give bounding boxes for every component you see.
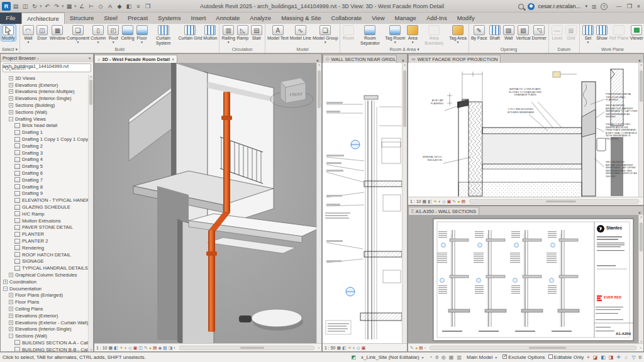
window-button[interactable]: ▦Window — [49, 25, 66, 41]
restore-button[interactable]: ❒ — [627, 3, 632, 9]
area-button[interactable]: Area▼ — [406, 25, 419, 43]
dropdown-chevron-icon[interactable]: ▼ — [26, 41, 30, 43]
drag-on-selection-icon[interactable]: ✛ — [616, 354, 621, 360]
view-scale[interactable]: 1 : 10 — [96, 346, 108, 350]
view-scale[interactable]: 1 : 10 — [410, 199, 421, 204]
tree-item[interactable]: Drafting 1 Copy 1 Copy 1 Copy 1 — [1, 136, 88, 143]
tab-3d-west-facade-room-detail[interactable]: ⌂ 3D - West Facade Room Detail × — [94, 55, 177, 63]
tab-wall-section-near-gridline-d[interactable]: ◇ WALL SECTION NEAR GRIDLINE D — [323, 55, 397, 63]
browser-search[interactable] — [3, 63, 91, 72]
railing-button[interactable]: ▥Railing▼ — [221, 25, 235, 43]
select-by-face-icon[interactable]: ◨ — [609, 354, 614, 360]
ribbon-tab-annotate[interactable]: Annotate — [211, 13, 245, 24]
tree-item[interactable]: H/C Ramp — [1, 211, 88, 217]
room-button[interactable]: Room — [341, 25, 355, 41]
ribbon-tab-analyze[interactable]: Analyze — [245, 13, 276, 24]
model-text-button[interactable]: AModel Text — [267, 25, 289, 41]
tree-item[interactable]: +Floor Plans (Enlarged) — [1, 292, 88, 299]
vertical-scrollbar[interactable]: ∧ — [402, 63, 407, 343]
sheet-view-control-bar[interactable]: ✎● ▤‹ › — [408, 343, 643, 351]
tree-item[interactable]: Drafting 3 — [1, 150, 88, 156]
ribbon-tab-systems[interactable]: Systems — [153, 13, 186, 24]
modify-button[interactable]: Modify — [1, 25, 16, 41]
model-line-button[interactable]: ∿Model Line — [289, 25, 312, 41]
tree-item[interactable]: BUILDING SECTION B-B - Callout — [1, 346, 88, 351]
avatar[interactable] — [528, 3, 535, 10]
expand-icon[interactable]: + — [9, 89, 13, 94]
dropdown-chevron-icon[interactable]: ▼ — [324, 41, 327, 43]
tag-area-button[interactable]: Tag Area▼ — [448, 25, 467, 43]
search-input[interactable] — [11, 65, 89, 71]
expand-icon[interactable]: + — [9, 307, 13, 311]
tree-item[interactable]: PAVER STONE DETAIL — [1, 224, 88, 231]
editable-icon[interactable]: ◔ — [430, 354, 433, 360]
by-face-button[interactable]: ✎By Face — [470, 25, 488, 41]
set-button[interactable]: Set▼ — [581, 25, 595, 43]
dropdown-chevron-icon[interactable]: ▼ — [97, 41, 100, 43]
selection-gear-icon[interactable]: ☼ — [624, 354, 628, 360]
dropdown-chevron-icon[interactable]: ▼ — [411, 41, 414, 43]
measure-icon[interactable]: ∠ — [77, 2, 86, 11]
grid-button[interactable]: ▦Grid — [564, 25, 578, 41]
curtain-grid-button[interactable]: Curtain Grid — [178, 25, 203, 41]
tree-item[interactable]: +3D Views — [1, 75, 88, 82]
tree-item[interactable]: +Floor Plans — [1, 299, 88, 305]
expand-icon[interactable]: + — [9, 293, 13, 297]
vertical-scrollbar[interactable]: ∧ — [638, 63, 643, 197]
switch-windows-icon[interactable]: ❒ — [143, 2, 152, 11]
tree-item[interactable]: −Documentation — [1, 285, 88, 292]
tree-item[interactable]: +Elevations (Interior-Multiple) — [1, 89, 88, 96]
ribbon-tab-collaborate[interactable]: Collaborate — [326, 13, 367, 24]
tree-item[interactable]: +Elevations (Interior-Single) — [1, 95, 88, 102]
expand-icon[interactable]: + — [9, 103, 13, 107]
revit-logo-icon[interactable]: R — [2, 2, 11, 11]
tab-west-facade-roof-projection[interactable]: ▭ WEST FACADE ROOF PROJECTION — [408, 55, 501, 63]
user-menu-chevron-icon[interactable]: ▼ — [584, 4, 588, 8]
close-icon[interactable]: × — [89, 54, 91, 62]
dropdown-chevron-icon[interactable]: ▼ — [586, 41, 589, 43]
ribbon-tab-insert[interactable]: Insert — [186, 13, 211, 24]
minimize-button[interactable]: — — [616, 3, 622, 9]
shaft-button[interactable]: Shaft — [488, 25, 502, 41]
save-icon[interactable]: ◫ — [21, 2, 30, 11]
exclude-options-checkbox[interactable]: Exclude Options — [502, 354, 545, 360]
ramp-button[interactable]: ◺Ramp — [236, 25, 250, 41]
column-button[interactable]: ▯Column▼ — [90, 25, 106, 43]
wall-button[interactable]: ▨Wall — [502, 25, 516, 41]
tree-item[interactable]: +Elevations (Interior-Single) — [1, 326, 88, 332]
editable-only-checkbox[interactable]: Editable Only — [548, 354, 584, 360]
qat-split-chevron-icon[interactable]: ▾ — [62, 4, 64, 9]
select-pinned-icon[interactable]: ◧ — [601, 354, 606, 360]
close-icon[interactable]: × — [172, 57, 174, 62]
cart-icon[interactable]: ▥ — [592, 4, 597, 9]
tree-item[interactable]: SIGNAGE — [1, 258, 88, 265]
dropdown-chevron-icon[interactable]: ▼ — [140, 41, 143, 43]
text-icon[interactable]: A — [106, 2, 114, 11]
room-separator-button[interactable]: Room Separator — [355, 25, 384, 45]
open-file-icon[interactable]: ▤ — [11, 2, 20, 11]
component-button[interactable]: ❏Component▼ — [66, 25, 90, 43]
tag-room-button[interactable]: Tag Room▼ — [384, 25, 406, 43]
tree-item[interactable]: +Graphical Column Schedules — [1, 272, 88, 278]
help-icon[interactable]: ? — [601, 3, 608, 10]
tree-item[interactable]: Drafting 2 — [1, 143, 88, 150]
tree-item[interactable]: −Sections (Wall) — [1, 332, 88, 339]
expand-icon[interactable]: + — [3, 280, 8, 284]
sync-with-central-icon[interactable]: ↻ — [30, 2, 39, 11]
tree-item[interactable]: +Elevations (Exterior) — [1, 312, 88, 319]
dormer-button[interactable]: ◹Dormer — [531, 25, 547, 41]
panel-label[interactable]: Room & Area ▾ — [340, 46, 469, 53]
ref-plane-button[interactable]: Ref Plane — [609, 25, 630, 41]
tree-item[interactable]: Drafting 5 — [1, 163, 88, 170]
user-name[interactable]: cesar.r.escalan... — [538, 3, 581, 9]
ribbon-tab-massing-site[interactable]: Massing & Site — [276, 13, 326, 24]
thin-lines-icon[interactable]: ≡ — [134, 2, 143, 11]
aligned-dimension-icon[interactable]: ⊢ — [87, 2, 96, 11]
close-button[interactable]: × — [637, 3, 640, 9]
main-view-control-bar[interactable]: 1 : 10 ▦◧ ☀◐ ◇▣ ◫✎ ●▤ ◆▧ ◨‹ › — [94, 343, 321, 351]
qat-split-chevron-icon[interactable]: ▾ — [74, 4, 77, 9]
sheet-canvas[interactable]: Stantec EVER RED A1-A350 — [408, 215, 638, 343]
section-view-control-bar[interactable]: 1 : 50 ▦◧ ☀◐ ◇▣ — [323, 343, 407, 351]
redo-icon[interactable]: ↷ — [52, 2, 61, 11]
dropdown-chevron-icon[interactable]: ▼ — [76, 41, 79, 43]
